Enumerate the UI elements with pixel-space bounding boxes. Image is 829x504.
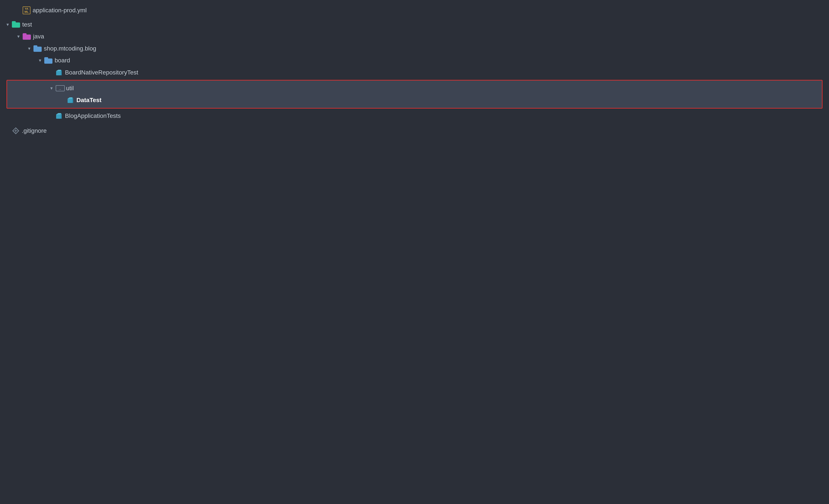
folder-green-icon [12,21,20,28]
folder-java[interactable]: ▾ java [6,30,823,42]
class-label: BlogApplicationTests [65,111,121,121]
class-label: BoardNativeRepositoryTest [65,67,138,78]
folder-label: java [33,31,44,42]
class-icon [55,112,63,120]
file-gitignore[interactable]: ▾ .gitignore [6,125,823,137]
class-icon [55,69,63,76]
class-label: DataTest [76,95,102,105]
folder-purple-icon [23,33,31,40]
file-item-application-prod-yml[interactable]: ▾ YAML application-prod.yml [6,4,823,16]
folder-label: util [66,83,74,94]
class-blog-application-tests[interactable]: ▾ BlogApplicationTests [6,110,823,122]
class-icon [67,96,74,104]
file-tree: ▾ YAML application-prod.yml ▾ test ▾ jav… [6,4,823,137]
gitignore-icon [12,127,20,135]
class-board-native-repo-test[interactable]: ▾ BoardNativeRepositoryTest [6,67,823,79]
svg-rect-8 [56,114,61,119]
chevron-icon: ▾ [28,44,30,52]
chevron-icon: ▾ [6,21,9,29]
chevron-icon: ▾ [39,56,41,64]
folder-test[interactable]: ▾ test [6,19,823,31]
folder-shop-mtcoding-blog[interactable]: ▾ shop.mtcoding.blog [6,42,823,55]
folder-board[interactable]: ▾ board [6,55,823,67]
svg-marker-5 [68,97,72,99]
folder-arrow-icon [56,85,64,91]
chevron-icon: ▾ [50,84,53,92]
file-label: .gitignore [22,125,47,136]
folder-blue-icon [33,45,42,52]
file-label: application-prod.yml [33,5,87,15]
class-data-test[interactable]: ▾ DataTest [7,94,822,106]
highlighted-section: ▾ util ▾ DataTest [6,80,823,109]
svg-rect-0 [56,71,61,75]
svg-marker-9 [56,113,61,114]
svg-rect-4 [68,99,72,103]
chevron-icon: ▾ [17,32,20,40]
folder-blue-icon [44,57,52,64]
svg-marker-1 [56,70,61,71]
folder-label: shop.mtcoding.blog [44,43,96,54]
folder-label: board [55,55,70,66]
folder-label: test [22,20,32,30]
yaml-icon: YAML [23,6,30,14]
folder-util[interactable]: ▾ util [7,82,822,94]
